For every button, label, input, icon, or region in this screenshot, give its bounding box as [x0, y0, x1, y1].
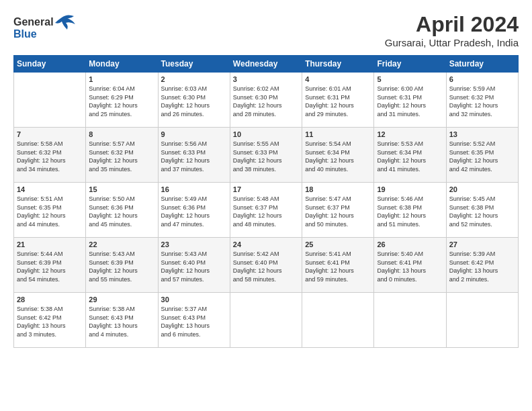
- day-number: 14: [17, 185, 83, 193]
- day-number: 9: [161, 130, 227, 138]
- day-detail: Sunrise: 6:00 AM Sunset: 6:31 PM Dayligh…: [377, 85, 443, 118]
- day-detail: Sunrise: 5:37 AM Sunset: 6:43 PM Dayligh…: [161, 305, 227, 338]
- calendar-cell: 6Sunrise: 5:59 AM Sunset: 6:32 PM Daylig…: [446, 73, 518, 128]
- subtitle: Gursarai, Uttar Pradesh, India: [385, 37, 519, 48]
- day-number: 6: [449, 75, 515, 83]
- svg-text:General: General: [13, 16, 54, 28]
- day-detail: Sunrise: 5:43 AM Sunset: 6:40 PM Dayligh…: [161, 250, 227, 283]
- col-header-saturday: Saturday: [446, 56, 518, 73]
- day-number: 1: [89, 75, 154, 83]
- day-detail: Sunrise: 6:02 AM Sunset: 6:30 PM Dayligh…: [233, 85, 299, 118]
- day-number: 27: [449, 240, 515, 248]
- calendar-table: SundayMondayTuesdayWednesdayThursdayFrid…: [13, 55, 519, 348]
- calendar-cell: 28Sunrise: 5:38 AM Sunset: 6:42 PM Dayli…: [14, 293, 86, 348]
- day-detail: Sunrise: 5:54 AM Sunset: 6:34 PM Dayligh…: [305, 140, 371, 173]
- day-detail: Sunrise: 5:43 AM Sunset: 6:39 PM Dayligh…: [89, 250, 154, 283]
- day-number: 4: [305, 75, 371, 83]
- day-detail: Sunrise: 5:56 AM Sunset: 6:33 PM Dayligh…: [161, 140, 227, 173]
- calendar-cell: 18Sunrise: 5:47 AM Sunset: 6:37 PM Dayli…: [302, 183, 374, 238]
- day-number: 25: [305, 240, 371, 248]
- day-number: 19: [377, 185, 443, 193]
- calendar-cell: 4Sunrise: 6:01 AM Sunset: 6:31 PM Daylig…: [302, 73, 374, 128]
- day-number: 21: [17, 240, 83, 248]
- day-number: 30: [161, 295, 227, 304]
- calendar-cell: [302, 293, 374, 348]
- day-number: 22: [89, 240, 154, 248]
- day-detail: Sunrise: 5:59 AM Sunset: 6:32 PM Dayligh…: [449, 85, 515, 118]
- calendar-cell: 7Sunrise: 5:58 AM Sunset: 6:32 PM Daylig…: [14, 128, 86, 183]
- col-header-wednesday: Wednesday: [230, 56, 302, 73]
- calendar-cell: 8Sunrise: 5:57 AM Sunset: 6:32 PM Daylig…: [86, 128, 158, 183]
- day-number: 17: [233, 185, 299, 193]
- calendar-cell: 25Sunrise: 5:41 AM Sunset: 6:41 PM Dayli…: [302, 238, 374, 293]
- day-detail: Sunrise: 6:04 AM Sunset: 6:29 PM Dayligh…: [89, 85, 154, 118]
- week-row-3: 14Sunrise: 5:51 AM Sunset: 6:35 PM Dayli…: [14, 183, 519, 238]
- calendar-cell: 9Sunrise: 5:56 AM Sunset: 6:33 PM Daylig…: [158, 128, 230, 183]
- calendar-cell: 19Sunrise: 5:46 AM Sunset: 6:38 PM Dayli…: [374, 183, 446, 238]
- day-number: 20: [449, 185, 515, 193]
- day-detail: Sunrise: 5:45 AM Sunset: 6:38 PM Dayligh…: [449, 195, 515, 228]
- calendar-cell: 16Sunrise: 5:49 AM Sunset: 6:36 PM Dayli…: [158, 183, 230, 238]
- day-number: 28: [17, 295, 83, 304]
- calendar-cell: 12Sunrise: 5:53 AM Sunset: 6:34 PM Dayli…: [374, 128, 446, 183]
- day-detail: Sunrise: 5:38 AM Sunset: 6:43 PM Dayligh…: [89, 305, 154, 338]
- day-number: 10: [233, 130, 299, 138]
- calendar-cell: [230, 293, 302, 348]
- calendar-cell: 2Sunrise: 6:03 AM Sunset: 6:30 PM Daylig…: [158, 73, 230, 128]
- day-detail: Sunrise: 5:50 AM Sunset: 6:36 PM Dayligh…: [89, 195, 154, 228]
- day-number: 11: [305, 130, 371, 138]
- svg-text:Blue: Blue: [13, 28, 37, 40]
- col-header-thursday: Thursday: [302, 56, 374, 73]
- calendar-cell: 11Sunrise: 5:54 AM Sunset: 6:34 PM Dayli…: [302, 128, 374, 183]
- header-row: SundayMondayTuesdayWednesdayThursdayFrid…: [14, 56, 519, 73]
- day-detail: Sunrise: 5:53 AM Sunset: 6:34 PM Dayligh…: [377, 140, 443, 173]
- day-detail: Sunrise: 6:03 AM Sunset: 6:30 PM Dayligh…: [161, 85, 227, 118]
- day-detail: Sunrise: 5:39 AM Sunset: 6:42 PM Dayligh…: [449, 250, 515, 283]
- calendar-cell: 5Sunrise: 6:00 AM Sunset: 6:31 PM Daylig…: [374, 73, 446, 128]
- calendar-cell: 27Sunrise: 5:39 AM Sunset: 6:42 PM Dayli…: [446, 238, 518, 293]
- week-row-2: 7Sunrise: 5:58 AM Sunset: 6:32 PM Daylig…: [14, 128, 519, 183]
- day-number: 26: [377, 240, 443, 248]
- day-number: 7: [17, 130, 83, 138]
- col-header-sunday: Sunday: [14, 56, 86, 73]
- day-detail: Sunrise: 5:41 AM Sunset: 6:41 PM Dayligh…: [305, 250, 371, 283]
- day-number: 12: [377, 130, 443, 138]
- calendar-cell: 30Sunrise: 5:37 AM Sunset: 6:43 PM Dayli…: [158, 293, 230, 348]
- header: General Blue April 2024 Gursarai, Uttar …: [13, 12, 519, 48]
- calendar-cell: 21Sunrise: 5:44 AM Sunset: 6:39 PM Dayli…: [14, 238, 86, 293]
- day-detail: Sunrise: 6:01 AM Sunset: 6:31 PM Dayligh…: [305, 85, 371, 118]
- day-detail: Sunrise: 5:51 AM Sunset: 6:35 PM Dayligh…: [17, 195, 83, 228]
- page: General Blue April 2024 Gursarai, Uttar …: [0, 0, 532, 355]
- calendar-cell: [446, 293, 518, 348]
- week-row-1: 1Sunrise: 6:04 AM Sunset: 6:29 PM Daylig…: [14, 73, 519, 128]
- calendar-cell: 10Sunrise: 5:55 AM Sunset: 6:33 PM Dayli…: [230, 128, 302, 183]
- day-number: 15: [89, 185, 154, 193]
- calendar-cell: 23Sunrise: 5:43 AM Sunset: 6:40 PM Dayli…: [158, 238, 230, 293]
- calendar-cell: 24Sunrise: 5:42 AM Sunset: 6:40 PM Dayli…: [230, 238, 302, 293]
- logo: General Blue: [13, 12, 87, 47]
- day-number: 24: [233, 240, 299, 248]
- calendar-cell: [14, 73, 86, 128]
- day-detail: Sunrise: 5:58 AM Sunset: 6:32 PM Dayligh…: [17, 140, 83, 173]
- day-number: 13: [449, 130, 515, 138]
- calendar-cell: 29Sunrise: 5:38 AM Sunset: 6:43 PM Dayli…: [86, 293, 158, 348]
- calendar-cell: 1Sunrise: 6:04 AM Sunset: 6:29 PM Daylig…: [86, 73, 158, 128]
- calendar-cell: 17Sunrise: 5:48 AM Sunset: 6:37 PM Dayli…: [230, 183, 302, 238]
- calendar-cell: 14Sunrise: 5:51 AM Sunset: 6:35 PM Dayli…: [14, 183, 86, 238]
- col-header-friday: Friday: [374, 56, 446, 73]
- main-title: April 2024: [385, 12, 519, 37]
- day-number: 23: [161, 240, 227, 248]
- calendar-cell: 13Sunrise: 5:52 AM Sunset: 6:35 PM Dayli…: [446, 128, 518, 183]
- day-detail: Sunrise: 5:55 AM Sunset: 6:33 PM Dayligh…: [233, 140, 299, 173]
- day-detail: Sunrise: 5:42 AM Sunset: 6:40 PM Dayligh…: [233, 250, 299, 283]
- calendar-cell: 15Sunrise: 5:50 AM Sunset: 6:36 PM Dayli…: [86, 183, 158, 238]
- day-number: 16: [161, 185, 227, 193]
- calendar-cell: 20Sunrise: 5:45 AM Sunset: 6:38 PM Dayli…: [446, 183, 518, 238]
- calendar-cell: 22Sunrise: 5:43 AM Sunset: 6:39 PM Dayli…: [86, 238, 158, 293]
- col-header-tuesday: Tuesday: [158, 56, 230, 73]
- week-row-4: 21Sunrise: 5:44 AM Sunset: 6:39 PM Dayli…: [14, 238, 519, 293]
- day-detail: Sunrise: 5:44 AM Sunset: 6:39 PM Dayligh…: [17, 250, 83, 283]
- day-number: 29: [89, 295, 154, 304]
- day-number: 5: [377, 75, 443, 83]
- title-block: April 2024 Gursarai, Uttar Pradesh, Indi…: [385, 12, 519, 48]
